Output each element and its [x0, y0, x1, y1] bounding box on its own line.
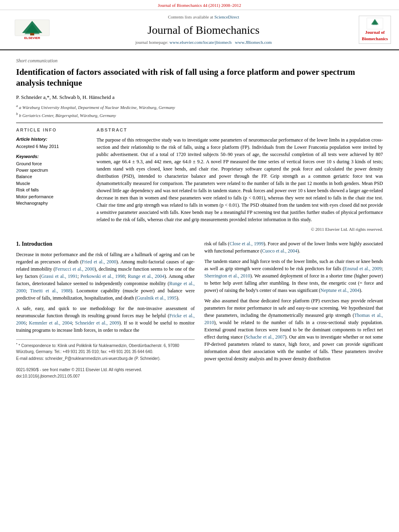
top-bar: Journal of Biomechanics 44 (2011) 2008–2…: [0, 0, 399, 10]
body-section: 1. Introduction Decrease in motor perfor…: [16, 240, 383, 379]
ref-tinetti[interactable]: Tinetti et al., 1988: [30, 288, 71, 294]
ref-kemmler[interactable]: Kemmler et al., 2004: [29, 320, 72, 326]
abstract-text: The purpose of this retrospective study …: [97, 136, 383, 223]
history-label: Article history:: [16, 136, 88, 142]
journal-title: Journal of Biomechanics: [56, 22, 351, 38]
keyword-7: Mechanography: [16, 200, 88, 206]
ref-perkowski[interactable]: Perkowski et al., 1998: [80, 273, 125, 279]
ref-close[interactable]: Close et al., 1999: [230, 241, 264, 246]
journal-homepage: journal homepage: www.elsevier.com/locat…: [56, 39, 351, 45]
journal-logo-icon: [365, 18, 385, 29]
keyword-4: Muscle: [16, 181, 88, 187]
intro-paragraph-2: A safe, easy, and quick to use methodolo…: [16, 305, 195, 334]
accepted-date: Accepted 6 May 2011: [16, 144, 88, 150]
svg-rect-3: [30, 33, 34, 35]
abstract-header: ABSTRACT: [97, 127, 383, 133]
keywords-label: Keywords:: [16, 154, 88, 160]
authors-line: P. Schneider a,*, M. Schwab b, H. Hänsch…: [16, 94, 383, 101]
svg-text:ELSEVIER: ELSEVIER: [24, 36, 40, 40]
ref-schache[interactable]: Schache et al., 2007: [246, 334, 285, 340]
keyword-2: Power spectrum: [16, 167, 88, 173]
ref-ferrucci-2000[interactable]: Ferrucci et al., 2000: [55, 266, 95, 272]
article-info-abstract-section: ARTICLE INFO Article history: Accepted 6…: [16, 127, 383, 233]
footnote-email: E-mail address: schneider_P@nuklearnmedi…: [16, 356, 195, 362]
footnote-correspondence: * * Correspondence to: Klinik und Polikl…: [16, 342, 195, 354]
introduction-title: 1. Introduction: [16, 240, 195, 248]
keyword-3: Balance: [16, 174, 88, 180]
publisher-logo-area: ELSEVIER: [8, 19, 56, 41]
journal-logo-box: Journal of Biomechanics: [359, 16, 391, 44]
doi-line: doi:10.1016/j.jbiomech.2011.05.007: [16, 374, 195, 379]
bottom-info: 0021-9290/$ - see front matter © 2011 El…: [16, 367, 195, 373]
right-paragraph-3: We also assumed that those dedicated for…: [204, 297, 383, 362]
journal-logo-box-area: Journal of Biomechanics: [351, 16, 391, 44]
journal-link[interactable]: Journal of Biomechanics 44 (2011) 2008–2…: [158, 3, 241, 8]
ref-schneider[interactable]: Schneider et al., 2009: [75, 320, 119, 326]
contents-available-line: Contents lists available at ScienceDirec…: [56, 14, 351, 20]
homepage-url2[interactable]: www.JBiomech.com: [235, 40, 272, 45]
right-paragraph-2: The tandem stance and high force tests o…: [204, 258, 383, 294]
logo-journal-name: Journal of Biomechanics: [362, 29, 388, 42]
divider-1: [16, 123, 383, 123]
issn-info: 0021-9290/$ - see front matter © 2011 El…: [16, 367, 142, 373]
body-right-column: risk of falls (Close et al., 1999). Forc…: [204, 240, 383, 379]
ref-neptune[interactable]: Neptune et al., 2004: [321, 288, 360, 293]
sciencedirect-link[interactable]: ScienceDirect: [214, 14, 239, 19]
body-left-column: 1. Introduction Decrease in motor perfor…: [16, 240, 195, 379]
affiliation-b: b b Geriatrics Center, Bürgerspital, Wür…: [16, 111, 383, 119]
abstract-column: ABSTRACT The purpose of this retrospecti…: [97, 127, 383, 233]
keyword-1: Ground force: [16, 161, 88, 167]
article-info-header: ARTICLE INFO: [16, 127, 88, 133]
intro-paragraph-1: Decrease in motor performance and the ri…: [16, 251, 195, 302]
article-info-column: ARTICLE INFO Article history: Accepted 6…: [16, 127, 88, 233]
keyword-6: Motor performance: [16, 194, 88, 200]
ref-guralnik[interactable]: Guralnik et al., 1995: [137, 295, 177, 301]
ref-fried-2000[interactable]: Fried et al., 2000: [82, 259, 116, 265]
main-content: Short communication Identification of fa…: [0, 50, 399, 387]
elsevier-logo: ELSEVIER: [14, 19, 50, 41]
ref-cuoco[interactable]: Cuoco et al., 2004: [262, 248, 298, 254]
ref-sherrington[interactable]: Sherrington et al., 2010: [204, 273, 250, 279]
journal-title-area: Contents lists available at ScienceDirec…: [56, 14, 351, 45]
authors-text: P. Schneider a,*, M. Schwab b, H. Hänsch…: [16, 94, 115, 100]
homepage-url1[interactable]: www.elsevier.com/locate/jbiomech: [169, 40, 231, 45]
ref-runge-2004[interactable]: Runge et al., 2004: [128, 273, 165, 279]
article-type-label: Short communication: [16, 58, 383, 64]
article-title: Identification of factors associated wit…: [16, 67, 383, 89]
body-two-col: 1. Introduction Decrease in motor perfor…: [16, 240, 383, 379]
ref-grassi[interactable]: Grassi et al., 1991: [41, 273, 77, 279]
journal-header: ELSEVIER Contents lists available at Sci…: [0, 10, 399, 50]
footnotes-area: * * Correspondence to: Klinik und Polikl…: [16, 339, 195, 361]
ref-ensrud[interactable]: Ensrud et al., 2009: [344, 266, 382, 271]
right-paragraph-1: risk of falls (Close et al., 1999). Forc…: [204, 240, 383, 255]
affiliation-a: a a Würzburg University Hospital, Depart…: [16, 103, 383, 111]
copyright-notice: © 2011 Elsevier Ltd. All rights reserved…: [97, 226, 383, 232]
keyword-5: Risk of falls: [16, 187, 88, 193]
ref-thomas[interactable]: Thomas et al., 2010: [204, 312, 383, 325]
